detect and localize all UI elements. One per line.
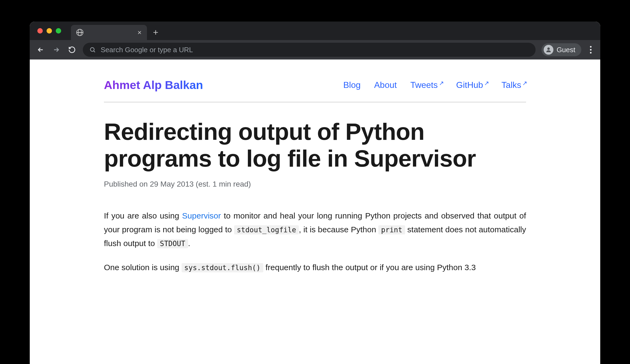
article-body: If you are also using Supervisor to moni… (104, 209, 526, 274)
nav-link-about[interactable]: About (374, 80, 397, 90)
reload-button[interactable] (67, 45, 77, 55)
tab-strip: × + (30, 22, 600, 40)
profile-chip[interactable]: Guest (542, 43, 581, 56)
forward-button[interactable] (51, 45, 61, 55)
link-supervisor[interactable]: Supervisor (182, 211, 221, 220)
omnibox-placeholder: Search Google or type a URL (101, 46, 193, 54)
window-minimize-button[interactable] (47, 28, 52, 34)
browser-menu-button[interactable] (587, 46, 594, 54)
page-content: Ahmet Alp Balkan Blog About Tweets GitHu… (30, 59, 600, 364)
profile-label: Guest (557, 46, 575, 54)
site-header: Ahmet Alp Balkan Blog About Tweets GitHu… (104, 78, 526, 102)
code-stdout: STDOUT (157, 239, 188, 248)
nav-link-blog[interactable]: Blog (343, 80, 360, 90)
code-flush: sys.stdout.flush() (182, 263, 263, 272)
window-close-button[interactable] (37, 28, 43, 34)
article-title: Redirecting output of Python programs to… (104, 118, 526, 172)
article-meta: Published on 29 May 2013 (est. 1 min rea… (104, 180, 526, 188)
nav-link-tweets[interactable]: Tweets (410, 80, 442, 90)
code-print: print (378, 225, 405, 234)
address-bar[interactable]: Search Google or type a URL (83, 43, 536, 57)
svg-point-1 (547, 48, 550, 50)
content-container: Ahmet Alp Balkan Blog About Tweets GitHu… (99, 78, 531, 274)
site-title[interactable]: Ahmet Alp Balkan (104, 78, 203, 92)
tab-close-button[interactable]: × (137, 29, 142, 36)
window-controls (37, 28, 61, 34)
site-nav: Blog About Tweets GitHub Talks (343, 80, 526, 90)
back-button[interactable] (36, 45, 45, 55)
window-maximize-button[interactable] (56, 28, 61, 34)
browser-chrome: × + Search Google or type a URL G (30, 22, 600, 59)
article-paragraph: One solution is using sys.stdout.flush()… (104, 260, 526, 274)
svg-point-0 (90, 48, 94, 51)
article-paragraph: If you are also using Supervisor to moni… (104, 209, 526, 250)
browser-window: × + Search Google or type a URL G (30, 22, 600, 364)
avatar-icon (544, 45, 553, 55)
new-tab-button[interactable]: + (153, 28, 158, 37)
browser-tab[interactable]: × (71, 25, 147, 40)
globe-icon (76, 29, 83, 36)
browser-toolbar: Search Google or type a URL Guest (30, 40, 600, 59)
nav-link-github[interactable]: GitHub (456, 80, 488, 90)
code-stdout-logfile: stdout_logfile (234, 225, 299, 234)
nav-link-talks[interactable]: Talks (501, 80, 526, 90)
search-icon (89, 47, 96, 53)
